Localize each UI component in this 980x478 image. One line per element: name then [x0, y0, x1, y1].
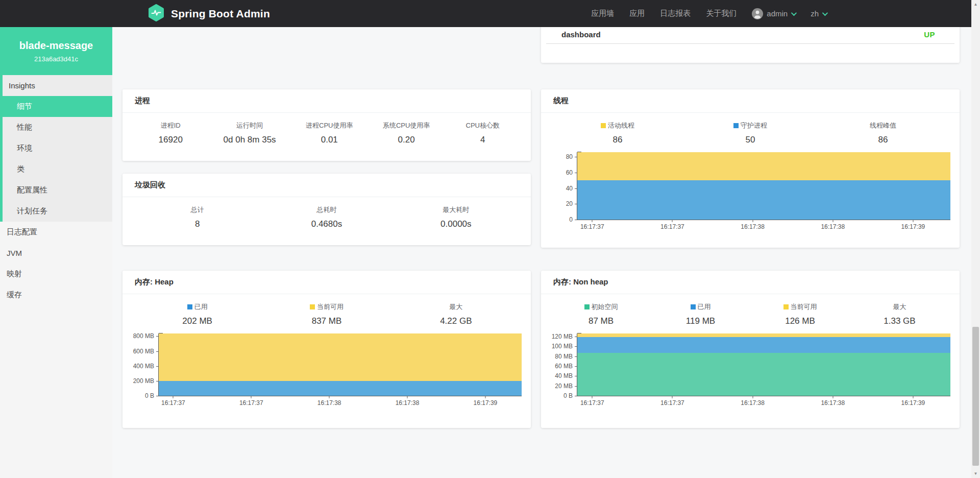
y-axis-tick-mark — [575, 337, 577, 337]
threads-chart: 80604020016:17:3716:17:3716:17:3816:17:3… — [577, 152, 950, 220]
x-axis-tick-label: 16:17:39 — [901, 223, 925, 230]
sidebar-item-loggers[interactable]: 日志配置 — [0, 222, 112, 243]
legend-nonheap-max: 最大 1.33 GB — [877, 302, 923, 326]
nav-item-journal[interactable]: 日志报表 — [660, 9, 691, 18]
heap-legend: 已用 202 MB 当前可用 837 MB 最大 4.22 GB — [122, 294, 531, 326]
legend-live-threads: 活动线程 86 — [595, 121, 641, 145]
x-axis-tick-label: 16:17:37 — [161, 399, 185, 407]
x-axis-tick-label: 16:17:38 — [821, 223, 845, 230]
scrollbar-thumb[interactable] — [972, 327, 979, 466]
sidebar-item-insights[interactable]: Insights — [3, 75, 112, 96]
user-name: admin — [767, 9, 788, 18]
sidebar-item-jvm[interactable]: JVM — [0, 243, 112, 264]
x-axis-tick-label: 16:17:38 — [317, 399, 341, 407]
scrollbar-down-arrow-icon[interactable]: ▼ — [971, 469, 980, 478]
y-axis-tick-label: 60 — [566, 169, 573, 176]
user-dropdown[interactable]: admin — [752, 8, 795, 19]
y-axis-tick-label: 80 MB — [555, 353, 573, 360]
y-axis-tick-mark — [156, 336, 159, 337]
instance-id: 213a6ad3d41c — [34, 55, 78, 63]
chevron-down-icon — [822, 10, 828, 15]
legend-daemon-threads: 守护进程 50 — [727, 121, 773, 145]
x-axis-tick-label: 16:17:39 — [901, 399, 925, 407]
y-axis-tick-label: 20 — [566, 200, 573, 207]
sidebar-item-metrics[interactable]: 性能 — [3, 117, 112, 138]
instance-header: blade-message 213a6ad3d41c — [0, 27, 112, 75]
x-axis-tick-mark — [407, 396, 408, 398]
vertical-scrollbar[interactable]: ▲ ▼ — [971, 0, 980, 478]
y-axis-tick-mark — [575, 173, 577, 173]
sidebar-group-insights: Insights 细节 性能 环境 类 配置属性 计划任务 — [0, 75, 112, 222]
y-axis-tick-mark — [575, 386, 577, 387]
threads-legend: 活动线程 86 守护进程 50 线程峰值 86 — [541, 113, 960, 145]
legend-nonheap-available: 当前可用 126 MB — [777, 302, 823, 326]
spring-boot-admin-screen: Spring Boot Admin 应用墙 应用 日志报表 关于我们 admin — [0, 0, 980, 478]
x-axis-tick-mark — [592, 220, 593, 222]
language-dropdown[interactable]: zh — [811, 9, 826, 18]
x-axis-tick-mark — [251, 396, 252, 398]
nonheap-legend: 初始空间 87 MB 已用 119 MB 当前可用 126 — [541, 294, 960, 326]
x-axis-tick-mark — [329, 396, 330, 398]
memory-heap-card: 内存: Heap 已用 202 MB 当前可用 837 MB — [122, 271, 531, 428]
stat-gc-max-time: 最大耗时 0.0000s — [433, 205, 479, 229]
nav-item-about[interactable]: 关于我们 — [706, 9, 737, 18]
x-axis-tick-mark — [752, 220, 753, 222]
series-color-swatch — [601, 123, 606, 128]
card-title: 内存: Heap — [122, 271, 531, 294]
x-axis-tick-label: 16:17:37 — [660, 399, 684, 407]
sidebar-item-mappings[interactable]: 映射 — [0, 264, 112, 284]
series-color-swatch — [187, 304, 192, 309]
y-axis-tick-mark — [575, 356, 577, 357]
y-axis-tick-label: 0 B — [145, 392, 154, 399]
garbage-collection-card: 垃圾回收 总计 8 总耗时 0.4680s 最大耗时 0.0000s — [122, 174, 531, 245]
y-axis-tick-label: 0 — [569, 216, 573, 223]
y-axis-tick-label: 0 B — [564, 392, 573, 399]
scrollbar-up-arrow-icon[interactable]: ▲ — [971, 0, 980, 9]
x-axis-tick-label: 16:17:37 — [239, 399, 263, 407]
y-axis-tick-label: 800 MB — [133, 332, 154, 340]
stat-cpu-cores: CPU核心数 4 — [460, 121, 506, 145]
language-label: zh — [811, 9, 819, 18]
chevron-down-icon — [791, 10, 797, 15]
spring-boot-admin-logo-icon — [147, 4, 165, 24]
y-axis-tick-label: 400 MB — [133, 363, 154, 370]
brand-title: Spring Boot Admin — [171, 8, 270, 20]
chart-area-初始空间 — [577, 353, 950, 396]
sidebar-item-environment[interactable]: 环境 — [3, 138, 112, 159]
x-axis-tick-label: 16:17:38 — [741, 399, 765, 407]
nav-item-wall[interactable]: 应用墙 — [591, 9, 614, 18]
y-axis-tick-mark — [575, 366, 577, 367]
legend-nonheap-initial: 初始空间 87 MB — [578, 302, 624, 326]
stat-pid: 进程ID 16920 — [148, 121, 193, 145]
series-color-swatch — [691, 304, 696, 309]
x-axis-tick-mark — [592, 396, 593, 398]
sidebar-item-caches[interactable]: 缓存 — [0, 284, 112, 305]
sidebar-item-scheduled-tasks[interactable]: 计划任务 — [3, 201, 112, 222]
y-axis-tick-mark — [575, 188, 577, 189]
y-axis-tick-label: 60 MB — [555, 363, 573, 370]
stat-uptime: 运行时间 0d 0h 8m 35s — [224, 121, 276, 145]
series-color-swatch — [584, 304, 590, 309]
stat-gc-count: 总计 8 — [175, 205, 220, 229]
gc-stats: 总计 8 总耗时 0.4680s 最大耗时 0.0000s — [122, 197, 531, 229]
series-color-swatch — [783, 304, 789, 309]
application-row-dashboard[interactable]: dashboard UP — [546, 27, 954, 44]
brand[interactable]: Spring Boot Admin — [147, 4, 270, 24]
x-axis-tick-mark — [913, 396, 913, 398]
x-axis-tick-label: 16:17:38 — [396, 399, 420, 407]
main-content: dashboard UP 进程 进程ID 16920 运行时间 0d 0h 8m… — [112, 27, 971, 478]
heap-chart: 800 MB600 MB400 MB200 MB0 B16:17:3716:17… — [158, 333, 522, 396]
sidebar-item-classes[interactable]: 类 — [3, 159, 112, 180]
sidebar-item-config-props[interactable]: 配置属性 — [3, 180, 112, 201]
application-name-label: dashboard — [561, 30, 601, 39]
y-axis-tick-label: 20 MB — [555, 383, 573, 390]
y-axis-tick-mark — [575, 346, 577, 347]
user-avatar-icon — [752, 8, 763, 19]
memory-nonheap-card: 内存: Non heap 初始空间 87 MB 已用 119 MB — [541, 271, 960, 428]
x-axis-tick-mark — [832, 220, 833, 222]
y-axis-tick-mark — [575, 376, 577, 376]
application-name: blade-message — [19, 40, 93, 52]
sidebar-item-details[interactable]: 细节 — [0, 96, 112, 117]
legend-nonheap-used: 已用 119 MB — [678, 302, 724, 326]
nav-item-applications[interactable]: 应用 — [629, 9, 645, 18]
